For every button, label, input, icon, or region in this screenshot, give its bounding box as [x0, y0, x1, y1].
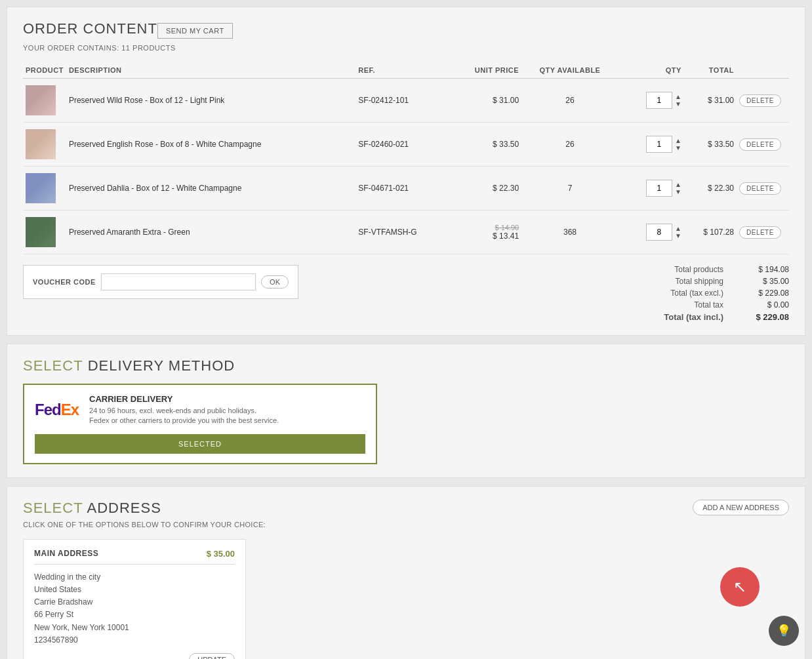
col-qty: QTY	[619, 62, 684, 79]
product-unit-price: $ 22.30	[449, 167, 521, 210]
total-excl-row: Total (tax excl.) $ 229.08	[632, 289, 789, 298]
product-total: $ 33.50	[684, 123, 737, 167]
selected-button[interactable]: SELECTED	[35, 434, 365, 454]
send-cart-button[interactable]: SEND MY CART	[157, 23, 233, 39]
table-row: Preserved Wild Rose - Box of 12 - Light …	[23, 79, 789, 123]
qty-down-button[interactable]: ▼	[675, 233, 681, 239]
qty-down-button[interactable]: ▼	[675, 145, 681, 151]
qty-input[interactable]	[646, 180, 672, 197]
qty-input[interactable]	[646, 224, 672, 241]
address-header: ADD A NEW ADDRESS SELECT ADDRESS	[23, 500, 789, 521]
carrier-details: CARRIER DELIVERY 24 to 96 hours, excl. w…	[89, 394, 365, 426]
qty-down-button[interactable]: ▼	[675, 101, 681, 108]
qty-down-button[interactable]: ▼	[675, 189, 681, 195]
address-line3: Carrie Bradshaw	[34, 596, 235, 609]
products-table: PRODUCT DESCRIPTION REF. UNIT PRICE QTY …	[23, 62, 789, 254]
product-ref: SF-02460-021	[355, 123, 449, 167]
product-qty-cell: ▲▼	[619, 123, 684, 167]
carrier-card[interactable]: FedEx CARRIER DELIVERY 24 to 96 hours, e…	[23, 384, 377, 464]
voucher-box: VOUCHER CODE OK	[23, 265, 298, 299]
product-description: Preserved Dahlia - Box of 12 - White Cha…	[66, 167, 355, 210]
delete-button[interactable]: DELETE	[739, 94, 781, 107]
product-ref: SF-04671-021	[355, 167, 449, 210]
delete-button[interactable]: DELETE	[739, 182, 781, 195]
address-title-rest: ADDRESS	[83, 500, 161, 516]
cursor-icon: ↖	[733, 578, 746, 596]
total-tax-value: $ 0.00	[737, 300, 789, 310]
product-delete-cell: DELETE	[737, 210, 789, 254]
update-button[interactable]: UPDATE	[189, 653, 235, 659]
total-products-row: Total products $ 194.08	[632, 265, 789, 274]
qty-up-button[interactable]: ▲	[675, 226, 681, 232]
delivery-title: SELECT DELIVERY METHOD	[23, 357, 789, 374]
voucher-ok-button[interactable]: OK	[261, 275, 289, 289]
bottom-row: VOUCHER CODE OK Total products $ 194.08 …	[23, 265, 789, 322]
address-instruction: CLICK ONE OF THE OPTIONS BELOW TO CONFIR…	[23, 521, 789, 529]
product-current-price: $ 22.30	[452, 184, 519, 193]
delete-button[interactable]: DELETE	[739, 138, 781, 151]
col-description: DESCRIPTION	[66, 62, 355, 79]
help-button[interactable]: 💡	[769, 616, 799, 646]
order-content-section: ORDER CONTENT SEND MY CART YOUR ORDER CO…	[7, 7, 805, 336]
cursor-overlay: ↖	[720, 567, 760, 607]
product-image-cell	[23, 210, 66, 254]
product-image	[26, 217, 56, 247]
add-new-address-button[interactable]: ADD A NEW ADDRESS	[693, 500, 789, 515]
product-unit-price: $ 14.90$ 13.41	[449, 210, 521, 254]
total-tax-row: Total tax $ 0.00	[632, 300, 789, 310]
product-current-price: $ 13.41	[452, 231, 519, 241]
total-shipping-value: $ 35.00	[737, 277, 789, 286]
total-excl-value: $ 229.08	[737, 289, 789, 298]
address-line6: 1234567890	[34, 634, 235, 647]
address-line1: Wedding in the city	[34, 571, 235, 584]
fedex-logo: FedEx	[35, 401, 79, 419]
product-image-cell	[23, 123, 66, 167]
product-ref: SF-VTFAMSH-G	[355, 210, 449, 254]
product-image	[26, 85, 56, 115]
voucher-input[interactable]	[101, 273, 256, 290]
product-qty-available: 26	[521, 123, 619, 167]
qty-up-button[interactable]: ▲	[675, 94, 681, 100]
product-total: $ 107.28	[684, 210, 737, 254]
address-line2: United States	[34, 584, 235, 596]
product-image-cell	[23, 79, 66, 123]
fedex-fed: Fed	[35, 401, 61, 418]
col-product: PRODUCT	[23, 62, 66, 79]
total-products-value: $ 194.08	[737, 265, 789, 274]
carrier-info: FedEx CARRIER DELIVERY 24 to 96 hours, e…	[35, 394, 365, 426]
carrier-desc2: Fedex or other carriers to provide you w…	[89, 416, 365, 426]
product-qty-available: 26	[521, 79, 619, 123]
address-line5: New York, New York 10001	[34, 622, 235, 634]
delivery-title-rest: DELIVERY METHOD	[83, 357, 235, 374]
qty-up-button[interactable]: ▲	[675, 138, 681, 144]
qty-input[interactable]	[646, 92, 672, 109]
product-delete-cell: DELETE	[737, 79, 789, 123]
total-excl-label: Total (tax excl.)	[632, 289, 723, 298]
address-card-header: MAIN ADDRESS $ 35.00	[34, 549, 235, 565]
total-products-label: Total products	[632, 265, 723, 274]
col-total: TOTAL	[684, 62, 737, 79]
product-total: $ 31.00	[684, 79, 737, 123]
address-line4: 66 Perry St	[34, 609, 235, 621]
table-row: Preserved Dahlia - Box of 12 - White Cha…	[23, 167, 789, 210]
carrier-name: CARRIER DELIVERY	[89, 394, 365, 404]
total-tax-label: Total tax	[632, 300, 723, 310]
col-ref: REF.	[355, 62, 449, 79]
product-ref: SF-02412-101	[355, 79, 449, 123]
total-incl-value: $ 229.08	[737, 312, 789, 322]
delivery-title-highlight: SELECT	[23, 357, 83, 374]
product-unit-price: $ 33.50	[449, 123, 521, 167]
voucher-label: VOUCHER CODE	[33, 278, 96, 286]
delete-button[interactable]: DELETE	[739, 226, 781, 239]
product-image	[26, 129, 56, 159]
product-qty-cell: ▲▼	[619, 167, 684, 210]
product-unit-price: $ 31.00	[449, 79, 521, 123]
carrier-card-wrapper: FedEx CARRIER DELIVERY 24 to 96 hours, e…	[23, 384, 789, 464]
lightbulb-icon: 💡	[777, 624, 791, 638]
address-title-highlight: SELECT	[23, 500, 83, 516]
update-row: UPDATE	[34, 653, 235, 659]
qty-input[interactable]	[646, 136, 672, 153]
voucher-area: VOUCHER CODE OK	[23, 265, 325, 322]
qty-up-button[interactable]: ▲	[675, 182, 681, 188]
product-current-price: $ 31.00	[452, 96, 519, 105]
